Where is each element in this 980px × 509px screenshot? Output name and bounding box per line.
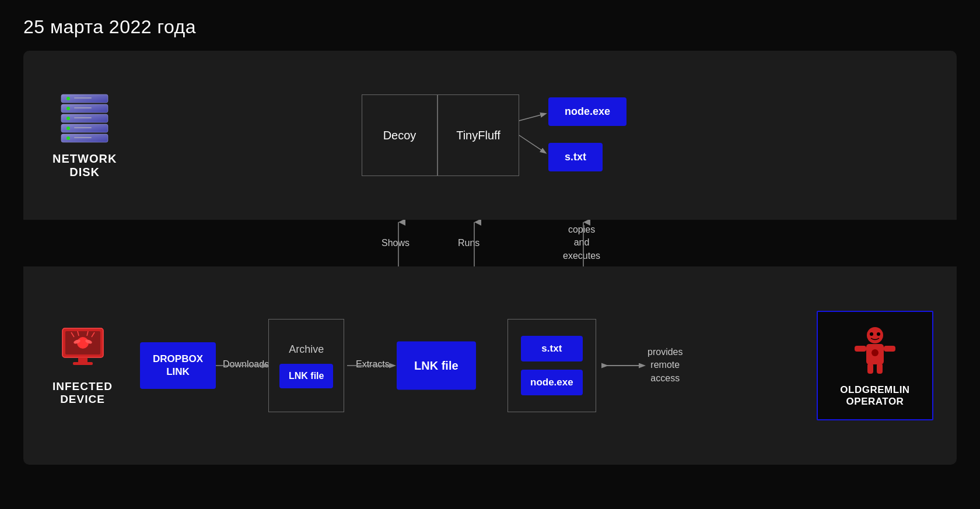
svg-point-5 <box>66 97 70 100</box>
svg-point-39 <box>872 349 878 356</box>
gap-arrows <box>23 220 957 266</box>
network-label: NETWORK DISK <box>52 152 117 179</box>
right-files-box: s.txt node.exe <box>508 319 596 412</box>
lnk-file-large: LNK file <box>397 342 476 390</box>
svg-point-7 <box>66 117 70 120</box>
svg-rect-37 <box>867 363 873 374</box>
svg-rect-29 <box>78 357 88 362</box>
network-disk-icon-area: NETWORK DISK <box>52 92 117 179</box>
network-disk-icon <box>55 92 114 146</box>
page-wrapper: 25 марта 2022 года <box>0 0 980 482</box>
operator-label: OLDGREMLIN OPERATOR <box>840 384 909 408</box>
svg-line-16 <box>519 135 545 153</box>
svg-line-15 <box>519 114 545 121</box>
svg-point-8 <box>66 127 70 130</box>
downloads-label: Downloads <box>223 358 269 371</box>
svg-point-33 <box>877 332 880 336</box>
infected-device-area: INFECTED DEVICE <box>52 325 113 406</box>
svg-rect-10 <box>74 97 92 99</box>
operator-icon <box>852 324 898 378</box>
s-txt-bottom: s.txt <box>521 336 583 361</box>
node-exe-bottom: node.exe <box>521 370 583 395</box>
archive-box: Archive LNK file <box>268 319 344 412</box>
decoy-box: Decoy <box>362 94 438 176</box>
svg-rect-36 <box>884 346 895 352</box>
dropbox-link-button[interactable]: DROPBOX LINK <box>140 342 216 389</box>
tinyfluff-box: TinyFluff <box>438 94 519 176</box>
svg-point-31 <box>867 327 883 343</box>
svg-rect-35 <box>855 346 866 352</box>
node-exe-top: node.exe <box>548 97 626 126</box>
infected-device-panel: INFECTED DEVICE DROPBOX LINK Downloads A… <box>23 266 957 465</box>
infected-icon <box>57 325 109 374</box>
svg-point-9 <box>66 136 70 140</box>
provides-remote-access-label: provides remote access <box>648 346 682 385</box>
lnk-file-in-archive: LNK file <box>279 364 333 388</box>
svg-rect-13 <box>74 127 92 128</box>
s-txt-top: s.txt <box>548 143 603 171</box>
copies-executes-label: copies and executes <box>563 223 600 262</box>
diagram-container: NETWORK DISK Decoy TinyFluff node.exe s.… <box>23 51 957 465</box>
svg-rect-14 <box>74 137 92 138</box>
svg-rect-30 <box>73 362 93 365</box>
operator-box: OLDGREMLIN OPERATOR <box>817 311 933 420</box>
extracts-label: Extracts <box>356 358 390 371</box>
runs-label: Runs <box>458 237 480 250</box>
svg-rect-11 <box>74 107 92 108</box>
page-title: 25 марта 2022 года <box>23 16 957 38</box>
network-disk-panel: NETWORK DISK Decoy TinyFluff node.exe s.… <box>23 51 957 220</box>
svg-rect-12 <box>74 117 92 118</box>
infected-label: INFECTED DEVICE <box>52 380 113 406</box>
labels-panel: Shows Runs copies and executes <box>23 220 957 266</box>
svg-rect-38 <box>877 363 883 374</box>
svg-point-22 <box>77 337 89 349</box>
svg-point-6 <box>66 107 70 110</box>
svg-point-32 <box>870 332 873 336</box>
shows-label: Shows <box>382 237 410 250</box>
